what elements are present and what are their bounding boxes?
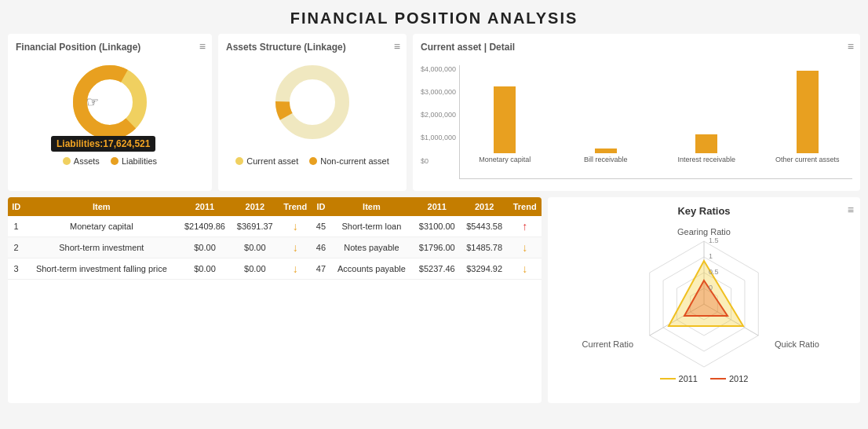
legend-liabilities: Liabilities	[111, 156, 157, 166]
data-table-section: ID Item 2011 2012 Trend ID Item 2011 201…	[8, 197, 542, 403]
cell-trend1-r1: ↓	[279, 216, 312, 237]
assets-title: Assets Structure (Linkage)	[226, 42, 367, 54]
cell-2012-2-r1: $5443.58	[461, 216, 508, 237]
bar-bill: Bill receivable	[561, 148, 651, 164]
cell-trend2-r2: ↓	[508, 237, 542, 258]
cell-2011-r2: $0.00	[178, 237, 231, 258]
th-2011-2: 2011	[414, 197, 461, 216]
y-label-2m: $2,000,000	[421, 111, 456, 119]
assets-label: Assets	[74, 156, 100, 166]
bar-monetary: Monetary capital	[460, 86, 549, 164]
bar-label-bill: Bill receivable	[584, 156, 628, 164]
noncurrent-label: Non-current asset	[320, 156, 388, 166]
cell-item2-r1: Short-term loan	[330, 216, 413, 237]
th-2011-1: 2011	[178, 197, 231, 216]
y-label-1m: $1,000,000	[421, 134, 456, 141]
cell-trend2-r1: ↑	[508, 216, 542, 237]
assets-dot	[63, 157, 71, 165]
svg-text:Quick Ratio: Quick Ratio	[775, 339, 819, 349]
cell-id2-r1: 45	[312, 216, 330, 237]
line-2012	[710, 378, 726, 380]
assets-structure-card: Assets Structure (Linkage) ≡ Current ass…	[218, 34, 407, 191]
tooltip-label: Liabilities:	[57, 138, 103, 149]
bar-interest: Interest receivable	[662, 134, 751, 164]
liabilities-label: Liabilities	[122, 156, 157, 166]
current-menu-icon[interactable]: ≡	[848, 40, 854, 53]
financial-title: Financial Position (Linkage)	[16, 42, 157, 54]
data-table: ID Item 2011 2012 Trend ID Item 2011 201…	[8, 197, 542, 280]
cell-item1-r1: Monetary capital	[24, 216, 178, 237]
bar-label-interest: Interest receivable	[677, 156, 735, 164]
cell-id1-r3: 3	[8, 258, 24, 280]
svg-text:0.5: 0.5	[709, 268, 719, 276]
tooltip: Liabilities:17,624,521	[51, 136, 155, 152]
liabilities-dot	[111, 157, 119, 165]
svg-text:0: 0	[709, 284, 713, 292]
assets-donut-chart	[269, 59, 356, 145]
cell-trend1-r3: ↓	[279, 258, 312, 280]
th-id2: ID	[312, 197, 330, 216]
cell-item2-r3: Accounts payable	[330, 258, 413, 280]
cell-2011-2-r3: $5237.46	[414, 258, 461, 280]
th-trend2: Trend	[508, 197, 542, 216]
ratios-menu-icon[interactable]: ≡	[848, 204, 854, 216]
tooltip-value: 17,624,521	[103, 138, 150, 149]
cell-2011-2-r1: $3100.00	[414, 216, 461, 237]
financial-legend: Assets Liabilities	[16, 156, 204, 166]
svg-text:Current Ratio: Current Ratio	[582, 339, 633, 349]
th-id1: ID	[8, 197, 24, 216]
legend-current: Current asset	[235, 156, 298, 166]
legend-2012: 2012	[710, 374, 748, 383]
th-2012-2: 2012	[461, 197, 508, 216]
cell-item1-r3: Short-term investment falling price	[24, 258, 178, 280]
th-item1: Item	[24, 197, 178, 216]
legend-assets: Assets	[63, 156, 100, 166]
cell-2011-2-r2: $1796.00	[414, 237, 461, 258]
assets-legend: Current asset Non-current asset	[226, 156, 399, 166]
legend-noncurrent: Non-current asset	[309, 156, 388, 166]
bar-chart-area: $4,000,000 $3,000,000 $2,000,000 $1,000,…	[421, 65, 852, 179]
bar-label-other: Other current assets	[775, 156, 840, 164]
cell-2011-r1: $21409.86	[178, 216, 231, 237]
cell-id1-r1: 1	[8, 216, 24, 237]
page-title: FINANCIAL POSITION ANALYSIS	[0, 0, 868, 34]
cell-2012-2-r2: $1485.78	[461, 237, 508, 258]
svg-point-5	[292, 82, 333, 123]
cell-2012-2-r3: $3294.92	[461, 258, 508, 280]
cell-2012-r1: $3691.37	[232, 216, 279, 237]
cell-2012-r3: $0.00	[232, 258, 279, 280]
cell-trend1-r2: ↓	[279, 237, 312, 258]
table-row: 3 Short-term investment falling price $0…	[8, 258, 542, 280]
svg-text:Gearing Ratio: Gearing Ratio	[677, 227, 731, 236]
th-2012-1: 2012	[232, 197, 279, 216]
financial-menu-icon[interactable]: ≡	[199, 40, 206, 53]
bar-other: Other current assets	[763, 71, 852, 164]
y-label-4m: $4,000,000	[421, 65, 456, 73]
legend-2011-label: 2011	[679, 374, 698, 383]
y-label-3m: $3,000,000	[421, 88, 456, 96]
cell-item1-r2: Short-term investment	[24, 237, 178, 258]
cell-2011-r3: $0.00	[178, 258, 231, 280]
noncurrent-dot	[309, 157, 317, 165]
current-asset-card: Current asset | Detail ≡ $4,000,000 $3,0…	[413, 34, 860, 191]
assets-menu-icon[interactable]: ≡	[394, 40, 400, 53]
ratios-title: Key Ratios	[556, 205, 852, 217]
cell-trend2-r3: ↓	[508, 258, 542, 280]
th-item2: Item	[330, 197, 413, 216]
key-ratios-card: ≡ Key Ratios	[548, 197, 860, 403]
cell-id1-r2: 2	[8, 237, 24, 258]
radar-legend: 2011 2012	[556, 374, 852, 383]
current-title: Current asset | Detail	[421, 42, 515, 54]
current-label: Current asset	[246, 156, 298, 166]
svg-text:1: 1	[709, 252, 713, 260]
svg-text:1.5: 1.5	[709, 236, 719, 244]
cursor-icon: ☞	[86, 94, 99, 111]
line-2011	[660, 378, 676, 380]
cell-id2-r3: 47	[312, 258, 330, 280]
cell-id2-r2: 46	[312, 237, 330, 258]
table-row: 1 Monetary capital $21409.86 $3691.37 ↓ …	[8, 216, 542, 237]
legend-2012-label: 2012	[729, 374, 748, 383]
bar-label-monetary: Monetary capital	[479, 156, 531, 164]
cell-item2-r2: Notes payable	[330, 237, 413, 258]
legend-2011: 2011	[660, 374, 698, 383]
